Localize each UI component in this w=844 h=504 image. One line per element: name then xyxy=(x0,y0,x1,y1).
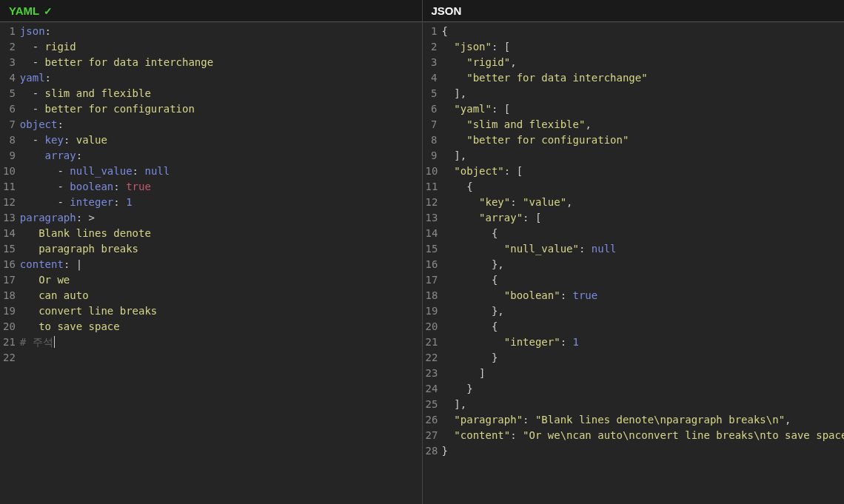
yaml-header: YAML ✓ xyxy=(0,0,422,22)
code-line[interactable]: # 주석 xyxy=(20,335,422,350)
code-line[interactable]: "rigid", xyxy=(442,55,845,70)
code-line[interactable]: yaml: xyxy=(20,70,422,86)
code-line[interactable]: "array": [ xyxy=(442,210,845,226)
code-line[interactable]: ], xyxy=(442,397,845,412)
code-line[interactable]: array: xyxy=(20,148,422,164)
code-line[interactable]: - key: value xyxy=(20,132,422,148)
code-line[interactable]: { xyxy=(442,24,845,39)
code-line[interactable]: ], xyxy=(442,148,845,164)
code-line[interactable]: { xyxy=(442,272,845,288)
code-line[interactable]: "key": "value", xyxy=(442,195,845,210)
code-line[interactable]: "null_value": null xyxy=(442,241,845,257)
code-line[interactable]: "better for data interchange" xyxy=(442,70,845,86)
text-cursor xyxy=(54,336,55,348)
code-line[interactable]: { xyxy=(442,179,845,195)
json-header: JSON xyxy=(423,0,845,22)
code-line[interactable]: to save space xyxy=(20,319,422,335)
code-line[interactable]: - boolean: true xyxy=(20,179,422,195)
code-line[interactable]: "yaml": [ xyxy=(442,101,845,117)
code-line[interactable]: - null_value: null xyxy=(20,164,422,179)
code-line[interactable]: "content": "Or we\ncan auto\nconvert lin… xyxy=(442,428,845,443)
yaml-code[interactable]: json: - rigid - better for data intercha… xyxy=(20,24,422,504)
code-line[interactable]: can auto xyxy=(20,288,422,303)
code-line[interactable]: - better for configuration xyxy=(20,101,422,117)
json-gutter: 1234567891011121314151617181920212223242… xyxy=(423,24,442,504)
code-line[interactable]: - integer: 1 xyxy=(20,195,422,210)
yaml-editor[interactable]: 12345678910111213141516171819202122 json… xyxy=(0,22,422,504)
code-line[interactable]: }, xyxy=(442,303,845,319)
code-line[interactable]: "integer": 1 xyxy=(442,335,845,350)
code-line[interactable]: convert line breaks xyxy=(20,303,422,319)
code-line[interactable]: "paragraph": "Blank lines denote\nparagr… xyxy=(442,412,845,428)
json-title: JSON xyxy=(432,4,462,17)
code-line[interactable]: "object": [ xyxy=(442,164,845,179)
yaml-gutter: 12345678910111213141516171819202122 xyxy=(0,24,20,504)
code-line[interactable]: - rigid xyxy=(20,39,422,55)
code-line[interactable]: Or we xyxy=(20,272,422,288)
code-line[interactable]: "slim and flexible", xyxy=(442,117,845,132)
code-line[interactable]: } xyxy=(442,443,845,459)
code-line[interactable]: "boolean": true xyxy=(442,288,845,303)
code-line[interactable]: paragraph: > xyxy=(20,210,422,226)
yaml-title: YAML xyxy=(9,4,39,17)
json-code[interactable]: { "json": [ "rigid", "better for data in… xyxy=(442,24,845,504)
code-line[interactable]: - better for data interchange xyxy=(20,55,422,70)
json-editor[interactable]: 1234567891011121314151617181920212223242… xyxy=(423,22,845,504)
yaml-pane: YAML ✓ 123456789101112131415161718192021… xyxy=(0,0,423,504)
code-line[interactable]: - slim and flexible xyxy=(20,86,422,101)
json-pane: JSON 12345678910111213141516171819202122… xyxy=(423,0,845,504)
code-line[interactable]: } xyxy=(442,381,845,397)
code-line[interactable]: } xyxy=(442,350,845,366)
code-line[interactable]: json: xyxy=(20,24,422,39)
split-container: YAML ✓ 123456789101112131415161718192021… xyxy=(0,0,844,504)
code-line[interactable]: object: xyxy=(20,117,422,132)
code-line[interactable]: "json": [ xyxy=(442,39,845,55)
code-line[interactable]: "better for configuration" xyxy=(442,132,845,148)
code-line[interactable]: Blank lines denote xyxy=(20,226,422,241)
check-icon: ✓ xyxy=(44,5,53,17)
code-line[interactable]: content: | xyxy=(20,257,422,272)
code-line[interactable]: ], xyxy=(442,86,845,101)
code-line[interactable]: paragraph breaks xyxy=(20,241,422,257)
code-line[interactable]: { xyxy=(442,319,845,335)
code-line[interactable]: }, xyxy=(442,257,845,272)
code-line[interactable]: ] xyxy=(442,366,845,381)
code-line[interactable]: { xyxy=(442,226,845,241)
